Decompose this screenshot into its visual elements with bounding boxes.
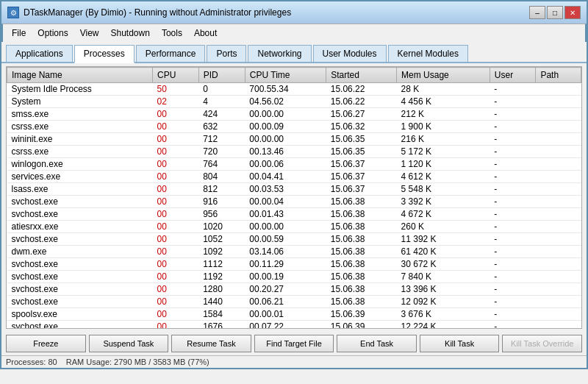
cell-pid: 1020 — [198, 221, 245, 233]
tabs-bar: ApplicationsProcessesPerformancePortsNet… — [1, 42, 587, 63]
minimize-button[interactable]: – — [529, 6, 545, 19]
menu-item-tools[interactable]: Tools — [156, 26, 188, 40]
table-row[interactable]: spoolsv.exe00158400.00.0115.06.393 676 K… — [7, 308, 581, 321]
tab-processes[interactable]: Processes — [74, 45, 135, 63]
title-bar: ⚙ DTaskManager (By Dimio) - Running with… — [0, 0, 588, 24]
col-header-user[interactable]: User — [490, 68, 536, 83]
table-row[interactable]: winlogon.exe0076400.00.0615.06.371 120 K… — [7, 158, 581, 171]
col-header-started[interactable]: Started — [326, 68, 397, 83]
cell-image-name: svchost.exe — [7, 296, 153, 308]
col-header-cpu-time[interactable]: CPU Time — [245, 68, 326, 83]
tab-ports[interactable]: Ports — [207, 45, 246, 62]
menu-item-view[interactable]: View — [74, 26, 105, 40]
cell-pid: 1440 — [198, 296, 245, 308]
cell-user: - — [490, 133, 536, 146]
cell-mem-usage: 4 612 K — [397, 171, 490, 183]
cell-cpu: 00 — [153, 196, 199, 208]
end-task-button[interactable]: End Task — [337, 335, 417, 352]
table-row[interactable]: svchost.exe00119200.00.1915.06.387 840 K… — [7, 271, 581, 283]
table-row[interactable]: smss.exe0042400.00.0015.06.27212 K- — [7, 108, 581, 121]
cell-started: 15.06.22 — [326, 83, 397, 96]
cell-mem-usage: 28 K — [397, 83, 490, 96]
cell-pid: 4 — [198, 96, 245, 108]
cell-user: - — [490, 158, 536, 171]
col-header-cpu[interactable]: CPU — [153, 68, 199, 83]
cell-user: - — [490, 296, 536, 308]
table-row[interactable]: svchost.exe0091600.00.0415.06.383 392 K- — [7, 196, 581, 208]
status-bar: Processes: 80 RAM Usage: 2790 MB / 3583 … — [1, 355, 587, 368]
menu-item-about[interactable]: About — [188, 26, 223, 40]
cell-cpu: 00 — [153, 308, 199, 321]
table-row[interactable]: dwm.exe00109203.14.0615.06.3861 420 K- — [7, 246, 581, 258]
action-buttons: Freeze Suspend Task Resume Task Find Tar… — [1, 332, 587, 355]
cell-pid: 1280 — [198, 283, 245, 296]
cell-cpu: 00 — [153, 271, 199, 283]
cell-cpu-time: 00.00.00 — [245, 108, 326, 121]
cell-cpu-time: 00.00.00 — [245, 221, 326, 233]
cell-image-name: lsass.exe — [7, 183, 153, 196]
tab-user-modules[interactable]: User Modules — [313, 45, 387, 62]
table-row[interactable]: svchost.exe0095600.01.4315.06.384 672 K- — [7, 208, 581, 221]
cell-started: 15.06.38 — [326, 196, 397, 208]
cell-image-name: dwm.exe — [7, 246, 153, 258]
cell-cpu-time: 00.00.01 — [245, 308, 326, 321]
table-row[interactable]: wininit.exe0071200.00.0015.06.35216 K- — [7, 133, 581, 146]
table-row[interactable]: svchost.exe00128000.20.2715.06.3813 396 … — [7, 283, 581, 296]
table-body: System Idle Process500700.55.3415.06.222… — [7, 83, 581, 330]
cell-pid: 804 — [198, 171, 245, 183]
tab-networking[interactable]: Networking — [248, 45, 311, 62]
table-row[interactable]: csrss.exe0072000.13.4615.06.355 172 K- — [7, 146, 581, 158]
cell-pid: 712 — [198, 133, 245, 146]
tab-performance[interactable]: Performance — [136, 45, 206, 62]
table-row[interactable]: svchost.exe00167600.07.2215.06.3912 224 … — [7, 321, 581, 330]
main-window: FileOptionsViewShutdownToolsAbout Applic… — [0, 24, 588, 369]
cell-started: 15.06.38 — [326, 246, 397, 258]
cell-started: 15.06.39 — [326, 321, 397, 330]
tab-kernel-modules[interactable]: Kernel Modules — [388, 45, 468, 62]
kill-task-override-button[interactable]: Kill Task Override — [502, 335, 582, 352]
cell-mem-usage: 13 396 K — [397, 283, 490, 296]
cell-cpu-time: 00.07.22 — [245, 321, 326, 330]
cell-cpu: 00 — [153, 121, 199, 133]
table-row[interactable]: System Idle Process500700.55.3415.06.222… — [7, 83, 581, 96]
cell-cpu-time: 00.06.21 — [245, 296, 326, 308]
cell-image-name: System Idle Process — [7, 83, 153, 96]
col-header-mem-usage[interactable]: Mem Usage — [397, 68, 490, 83]
kill-task-button[interactable]: Kill Task — [420, 335, 500, 352]
menu-item-options[interactable]: Options — [32, 26, 74, 40]
cell-image-name: svchost.exe — [7, 196, 153, 208]
freeze-button[interactable]: Freeze — [6, 335, 86, 352]
close-button[interactable]: ✕ — [564, 6, 581, 19]
table-row[interactable]: System02404.56.0215.06.224 456 K- — [7, 96, 581, 108]
table-row[interactable]: svchost.exe00105200.00.5915.06.3811 392 … — [7, 233, 581, 246]
cell-cpu: 00 — [153, 171, 199, 183]
process-table-container[interactable]: Image NameCPUPIDCPU TimeStartedMem Usage… — [6, 66, 582, 329]
restore-button[interactable]: □ — [547, 6, 563, 19]
resume-task-button[interactable]: Resume Task — [171, 335, 251, 352]
cell-cpu-time: 00.00.19 — [245, 271, 326, 283]
cell-user: - — [490, 96, 536, 108]
cell-path — [536, 233, 581, 246]
tab-applications[interactable]: Applications — [6, 45, 73, 62]
col-header-image-name[interactable]: Image Name — [7, 68, 153, 83]
cell-mem-usage: 3 676 K — [397, 308, 490, 321]
cell-pid: 916 — [198, 196, 245, 208]
table-row[interactable]: lsass.exe0081200.03.5315.06.375 548 K- — [7, 183, 581, 196]
cell-pid: 1112 — [198, 258, 245, 271]
table-row[interactable]: svchost.exe00144000.06.2115.06.3812 092 … — [7, 296, 581, 308]
table-row[interactable]: atiesrxx.exe00102000.00.0015.06.38260 K- — [7, 221, 581, 233]
cell-mem-usage: 12 092 K — [397, 296, 490, 308]
process-table: Image NameCPUPIDCPU TimeStartedMem Usage… — [7, 67, 581, 329]
menu-item-shutdown[interactable]: Shutdown — [105, 26, 156, 40]
col-header-pid[interactable]: PID — [198, 68, 245, 83]
find-target-button[interactable]: Find Target File — [254, 335, 334, 352]
table-row[interactable]: services.exe0080400.04.4115.06.374 612 K… — [7, 171, 581, 183]
cell-user: - — [490, 83, 536, 96]
col-header-path[interactable]: Path — [536, 68, 581, 83]
cell-pid: 720 — [198, 146, 245, 158]
menu-item-file[interactable]: File — [6, 26, 32, 40]
table-row[interactable]: csrss.exe0063200.00.0915.06.321 900 K- — [7, 121, 581, 133]
suspend-task-button[interactable]: Suspend Task — [89, 335, 169, 352]
cell-user: - — [490, 208, 536, 221]
table-row[interactable]: svchost.exe00111200.11.2915.06.3830 672 … — [7, 258, 581, 271]
